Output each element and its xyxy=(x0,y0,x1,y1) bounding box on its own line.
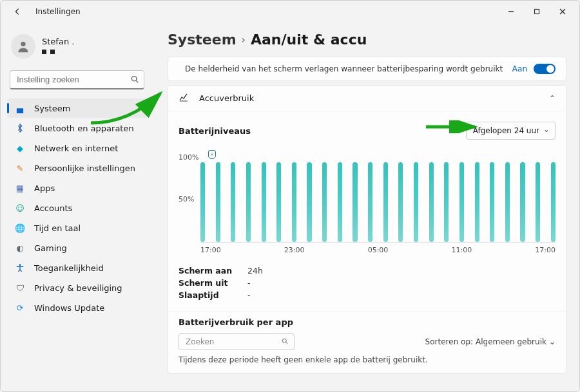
x-axis: 17:00 23:00 05:00 11:00 17:00 xyxy=(200,246,556,254)
gaming-icon: ◐ xyxy=(15,243,25,253)
toggle-state-label: Aan xyxy=(512,64,527,73)
shield-icon: 🛡 xyxy=(15,283,25,293)
chart-bar[interactable] xyxy=(368,162,372,242)
chart-bar[interactable] xyxy=(262,162,266,242)
chart-bar[interactable] xyxy=(307,162,311,242)
chart-bar[interactable] xyxy=(429,162,434,242)
sidebar-item-accessibility[interactable]: Toegankelijkheid xyxy=(7,258,147,277)
chart-bar[interactable] xyxy=(200,162,205,242)
svg-point-2 xyxy=(131,76,136,80)
chart-bar[interactable] xyxy=(231,162,235,242)
close-button[interactable] xyxy=(551,3,574,21)
usage-expander-header[interactable]: Accuverbruik ⌃ xyxy=(168,86,566,111)
kv-label-screen-on: Scherm aan xyxy=(179,266,232,275)
chart-bar[interactable] xyxy=(383,162,388,242)
chart-bar[interactable] xyxy=(475,162,479,242)
time-range-dropdown[interactable]: Afgelopen 24 uur xyxy=(466,122,556,140)
y-tick: 50% xyxy=(179,195,200,203)
app-search-input[interactable]: Zoeken xyxy=(179,333,295,350)
sidebar-item-privacy[interactable]: 🛡Privacy & beveiliging xyxy=(7,278,147,297)
globe-icon: 🌐 xyxy=(15,223,25,233)
x-tick: 17:00 xyxy=(535,246,556,254)
kv-value-screen-off: - xyxy=(247,278,263,288)
chevron-down-icon: ⌄ xyxy=(549,337,556,346)
usage-card: Accuverbruik ⌃ Batterijniveaus Afgelopen… xyxy=(168,85,566,374)
chart-bar[interactable] xyxy=(490,162,494,242)
sort-dropdown[interactable]: Sorteren op: Algemeen gebruik ⌄ xyxy=(425,337,556,346)
sort-value: Algemeen gebruik xyxy=(476,337,546,346)
chart-bar[interactable] xyxy=(353,162,357,242)
chart-bar[interactable] xyxy=(551,162,556,242)
charging-icon: ⚡ xyxy=(208,150,216,159)
account-header[interactable]: Stefan . xyxy=(7,29,147,68)
sidebar-item-label: Windows Update xyxy=(34,303,104,313)
page-title: Aan/uit & accu xyxy=(251,32,367,48)
y-tick: 100% xyxy=(179,153,200,162)
sidebar-item-network[interactable]: ◆Netwerk en internet xyxy=(7,138,147,158)
chart-bar[interactable] xyxy=(536,162,540,242)
sidebar-item-label: Netwerk en internet xyxy=(34,144,118,153)
apps-empty-message: Tijdens deze periode heeft geen enkele a… xyxy=(179,355,556,364)
apps-icon: ▦ xyxy=(15,183,25,193)
brightness-saver-toggle[interactable] xyxy=(534,64,556,74)
chart-bar[interactable] xyxy=(444,162,449,242)
maximize-button[interactable] xyxy=(525,3,548,21)
chart-icon xyxy=(179,92,189,104)
nav-list: ▄Systeem Bluetooth en apparaten ◆Netwerk… xyxy=(7,98,147,317)
chevron-up-icon: ⌃ xyxy=(549,94,556,103)
chart-bar[interactable] xyxy=(459,162,464,242)
x-tick: 17:00 xyxy=(200,246,284,254)
sidebar-item-label: Accounts xyxy=(34,203,72,213)
chart-bar[interactable] xyxy=(292,162,296,242)
search-container xyxy=(10,70,144,89)
app-search-placeholder: Zoeken xyxy=(186,337,214,346)
chart-bar[interactable] xyxy=(276,162,281,242)
chart-bar[interactable] xyxy=(414,162,418,242)
search-icon xyxy=(281,337,289,347)
breadcrumb: Systeem › Aan/uit & accu xyxy=(168,32,566,48)
usage-title: Accuverbruik xyxy=(199,93,254,103)
kv-label-screen-off: Scherm uit xyxy=(179,278,232,288)
sidebar-item-bluetooth[interactable]: Bluetooth en apparaten xyxy=(7,118,147,138)
sidebar-item-systeem[interactable]: ▄Systeem xyxy=(7,98,147,118)
brush-icon: ✎ xyxy=(15,163,25,173)
sidebar-item-gaming[interactable]: ◐Gaming xyxy=(7,238,147,257)
sidebar-item-label: Systeem xyxy=(34,104,70,113)
chart-bar[interactable] xyxy=(505,162,510,242)
account-sub xyxy=(42,46,74,56)
sidebar-item-apps[interactable]: ▦Apps xyxy=(7,178,147,198)
chart-bar[interactable] xyxy=(246,162,251,242)
sidebar-item-time-language[interactable]: 🌐Tijd en taal xyxy=(7,218,147,238)
breadcrumb-parent[interactable]: Systeem xyxy=(168,32,237,48)
sidebar-item-label: Bluetooth en apparaten xyxy=(34,124,134,133)
system-icon: ▄ xyxy=(15,104,25,113)
content-area: Systeem › Aan/uit & accu De helderheid v… xyxy=(153,23,579,391)
x-tick: 11:00 xyxy=(451,246,535,254)
apps-section-title: Batterijverbruik per app xyxy=(179,317,556,327)
brightness-saver-label: De helderheid van het scherm verlagen wa… xyxy=(185,64,503,73)
x-tick: 23:00 xyxy=(284,246,368,254)
svg-point-4 xyxy=(282,339,286,342)
sidebar-item-accounts[interactable]: ☺Accounts xyxy=(7,198,147,218)
window-title: Instellingen xyxy=(35,7,81,16)
sidebar-item-label: Toegankelijkheid xyxy=(34,263,104,273)
plot-area[interactable]: ⚡ xyxy=(200,146,556,243)
wifi-icon: ◆ xyxy=(15,144,25,153)
update-icon: ⟳ xyxy=(15,303,25,313)
back-button[interactable] xyxy=(10,4,25,19)
chart-bar[interactable] xyxy=(520,162,525,242)
account-name: Stefan . xyxy=(42,37,74,46)
chart-bar[interactable] xyxy=(398,162,403,242)
chart-bar[interactable] xyxy=(322,162,327,242)
search-input[interactable] xyxy=(10,70,144,89)
x-tick: 05:00 xyxy=(368,246,452,254)
minimize-button[interactable] xyxy=(499,3,523,21)
chart-bar[interactable] xyxy=(338,162,342,242)
chart-bar[interactable] xyxy=(216,162,220,242)
dropdown-value: Afgelopen 24 uur xyxy=(473,126,539,135)
sidebar-item-label: Privacy & beveiliging xyxy=(34,283,122,293)
sidebar-item-windows-update[interactable]: ⟳Windows Update xyxy=(7,298,147,317)
brightness-saver-card: De helderheid van het scherm verlagen wa… xyxy=(168,57,566,81)
sidebar-item-personalisation[interactable]: ✎Persoonlijke instellingen xyxy=(7,158,147,178)
sort-label: Sorteren op: xyxy=(425,337,473,346)
